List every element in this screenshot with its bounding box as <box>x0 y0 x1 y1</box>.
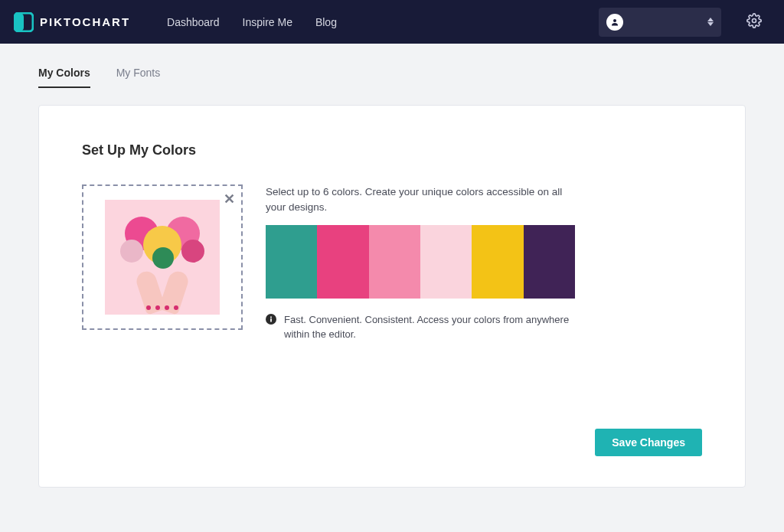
nav-links: Dashboard Inspire Me Blog <box>167 16 337 28</box>
hint-row: Fast. Convenient. Consistent. Access you… <box>266 312 580 342</box>
remove-image-button[interactable]: ✕ <box>224 191 235 207</box>
page-body: My Colors My Fonts Set Up My Colors ✕ <box>0 44 784 518</box>
setup-row: ✕ Select up to 6 colors. Cre <box>82 184 702 342</box>
color-swatch-5[interactable] <box>472 225 523 299</box>
svg-rect-1 <box>15 13 24 31</box>
brand-logo[interactable]: PIKTOCHART <box>14 12 130 32</box>
brand-name: PIKTOCHART <box>40 15 130 28</box>
settings-panel: Set Up My Colors ✕ <box>38 105 746 488</box>
panel-actions: Save Changes <box>82 398 702 456</box>
gear-icon <box>746 13 762 31</box>
color-swatch-3[interactable] <box>369 225 420 299</box>
svg-rect-5 <box>270 318 272 321</box>
nav-dashboard[interactable]: Dashboard <box>167 16 220 28</box>
tabs: My Colors My Fonts <box>38 67 746 88</box>
close-icon: ✕ <box>224 191 235 207</box>
svg-rect-6 <box>270 316 272 318</box>
color-swatch-6[interactable] <box>524 225 575 299</box>
logo-mark-icon <box>14 12 34 32</box>
svg-point-2 <box>613 19 616 22</box>
top-nav: PIKTOCHART Dashboard Inspire Me Blog <box>0 0 784 44</box>
settings-button[interactable] <box>740 8 769 37</box>
dropdown-arrows-icon <box>707 18 714 26</box>
svg-point-3 <box>753 18 756 22</box>
panel-title: Set Up My Colors <box>82 142 702 158</box>
color-swatch-1[interactable] <box>266 225 317 299</box>
info-icon <box>266 314 276 325</box>
uploaded-image-thumb <box>105 200 220 315</box>
hint-text: Fast. Convenient. Consistent. Access you… <box>284 312 580 342</box>
save-button[interactable]: Save Changes <box>595 429 702 456</box>
color-swatch-2[interactable] <box>317 225 368 299</box>
user-dropdown[interactable] <box>599 8 721 37</box>
color-swatch-4[interactable] <box>420 225 472 299</box>
nav-inspire-me[interactable]: Inspire Me <box>243 16 292 28</box>
image-dropzone[interactable]: ✕ <box>82 184 243 330</box>
color-swatches <box>266 225 575 299</box>
avatar-icon <box>606 14 623 31</box>
nav-blog[interactable]: Blog <box>315 16 337 28</box>
tab-my-fonts[interactable]: My Fonts <box>116 67 161 88</box>
tab-my-colors[interactable]: My Colors <box>38 67 90 88</box>
instructions-text: Select up to 6 colors. Create your uniqu… <box>266 184 580 216</box>
color-setup-column: Select up to 6 colors. Create your uniqu… <box>266 184 580 342</box>
